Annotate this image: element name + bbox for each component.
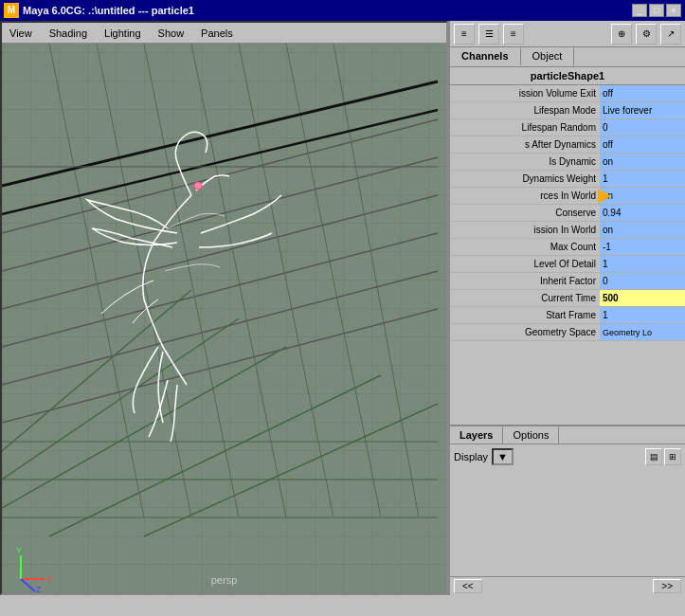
axis-svg: X Y Z [11,546,59,593]
layers-content: Display ▼ ▤ ⊞ [450,444,685,576]
channel-value-emission-volume[interactable]: off [600,85,685,101]
channel-value-forces-world[interactable]: on [600,188,685,204]
channel-name-conserve: Conserve [450,208,600,218]
svg-line-2 [2,195,438,309]
menu-lighting[interactable]: Lighting [100,27,145,40]
channel-row-forces-world: rces In World on [450,188,685,205]
channel-value-lifespan-mode[interactable]: Live forever [600,102,685,118]
channel-name-forces-world: rces In World [450,190,600,201]
viewport-grid-svg [2,44,446,593]
layers-prev-button[interactable]: << [454,579,482,593]
channel-name-emission-world: ission In World [450,225,600,235]
channel-name-emission-volume: ission Volume Exit [450,88,600,99]
layers-next-button[interactable]: >> [653,579,681,593]
channel-value-dynamics-weight[interactable]: 1 [600,171,685,187]
svg-text:X: X [46,574,52,584]
channel-name-lifespan-random: Lifespan Random [450,122,600,133]
viewport-canvas[interactable]: X Y Z persp [2,44,446,593]
channel-row-lifespan-mode: Lifespan Mode Live forever [450,102,685,119]
close-button[interactable]: × [666,4,681,17]
viewport-area: View Shading Lighting Show Panels [0,21,448,595]
toolbar-align-left-button[interactable]: ≡ [454,24,475,45]
maximize-button[interactable]: □ [649,4,664,17]
layers-nav: << >> [450,576,685,595]
channel-value-inherit-factor[interactable]: 0 [600,273,685,289]
channel-row-level-of-detail: Level Of Detail 1 [450,256,685,273]
axis-indicator: X Y Z [11,546,49,584]
channel-value-start-frame[interactable]: 1 [600,307,685,323]
panel-tabs: Channels Object [450,47,685,67]
toolbar-align-right-button[interactable]: ≡ [503,24,524,45]
arrow-indicator [598,189,611,204]
svg-text:Y: Y [16,546,22,555]
tab-channels[interactable]: Channels [450,47,521,66]
tab-layers[interactable]: Layers [450,426,503,444]
svg-line-3 [2,233,438,347]
menu-panels[interactable]: Panels [197,27,237,40]
toolbar-arrow-button[interactable]: ↗ [660,24,681,45]
channel-value-conserve[interactable]: 0.94 [600,205,685,221]
menu-shading[interactable]: Shading [45,27,91,40]
minimize-button[interactable]: _ [632,4,647,17]
menu-show[interactable]: Show [154,27,189,40]
channel-row-current-time: Current Time 500 [450,290,685,307]
svg-line-17 [2,318,239,480]
svg-line-4 [2,271,438,385]
channel-name-level-of-detail: Level Of Detail [450,259,600,269]
tab-options[interactable]: Options [503,426,559,444]
svg-line-8 [144,44,239,517]
channel-row-dynamics-weight: Dynamics Weight 1 [450,171,685,188]
channel-name-current-time: Current Time [450,293,600,303]
channel-value-current-time[interactable]: 500 [600,290,685,306]
title-bar-controls[interactable]: _ □ × [632,4,681,17]
title-bar-left: M Maya 6.0CG: .:\untitled --- particle1 [4,3,194,18]
channel-value-emission-world[interactable]: on [600,222,685,238]
channel-value-level-of-detail[interactable]: 1 [600,256,685,272]
svg-line-6 [49,44,144,517]
channel-value-max-count[interactable]: -1 [600,239,685,255]
viewport-label: persp [211,574,238,586]
svg-line-5 [2,309,438,423]
channel-row-is-dynamic: Is Dynamic on [450,154,685,171]
svg-point-24 [194,182,202,190]
channel-name-is-dynamic: Is Dynamic [450,156,600,167]
display-select[interactable]: ▼ [492,448,514,465]
layers-tabs: Layers Options [450,426,685,444]
channel-name-start-frame: Start Frame [450,310,600,320]
channel-row-after-dynamics: s After Dynamics off [450,136,685,154]
svg-line-29 [21,579,35,591]
svg-text:Z: Z [36,585,42,593]
channel-row-lifespan-random: Lifespan Random 0 [450,119,685,136]
channel-name-after-dynamics: s After Dynamics [450,139,600,150]
channel-name-max-count: Max Count [450,242,600,252]
channel-row-start-frame: Start Frame 1 [450,307,685,324]
channel-row-geometry-space: Geometry Space Geometry Lo [450,324,685,341]
channel-name-inherit-factor: Inherit Factor [450,276,600,286]
toolbar-compass-button[interactable]: ⊕ [611,24,632,45]
toolbar-settings-button[interactable]: ⚙ [636,24,657,45]
channel-value-is-dynamic[interactable]: on [600,154,685,170]
window-title: Maya 6.0CG: .:\untitled --- particle1 [23,5,194,16]
channel-value-geometry-space[interactable]: Geometry Lo [600,324,685,340]
channel-name-geometry-space: Geometry Space [450,327,600,337]
channel-value-after-dynamics[interactable]: off [600,136,685,153]
main-layout: View Shading Lighting Show Panels [0,21,685,595]
app-icon: M [4,3,19,18]
tab-object[interactable]: Object [521,47,575,66]
channel-value-lifespan-random[interactable]: 0 [600,119,685,136]
channel-row-emission-volume: ission Volume Exit off [450,85,685,102]
display-dropdown: Display ▼ ▤ ⊞ [450,444,685,469]
channel-box-title: particleShape1 [450,67,685,85]
channel-name-lifespan-mode: Lifespan Mode [450,105,600,116]
toolbar-strip: ≡ ☰ ≡ ⊕ ⚙ ↗ [450,21,685,47]
layers-icon-button-1[interactable]: ▤ [645,448,662,465]
svg-line-14 [2,110,438,214]
svg-line-12 [333,44,419,517]
menu-view[interactable]: View [6,27,36,40]
layers-icon-button-2[interactable]: ⊞ [664,448,681,465]
svg-line-10 [239,44,333,517]
toolbar-align-center-button[interactable]: ☰ [478,24,499,45]
channel-name-dynamics-weight: Dynamics Weight [450,173,600,184]
display-label: Display [454,451,488,462]
layers-panel: Layers Options Display ▼ ▤ ⊞ << >> [450,425,685,595]
